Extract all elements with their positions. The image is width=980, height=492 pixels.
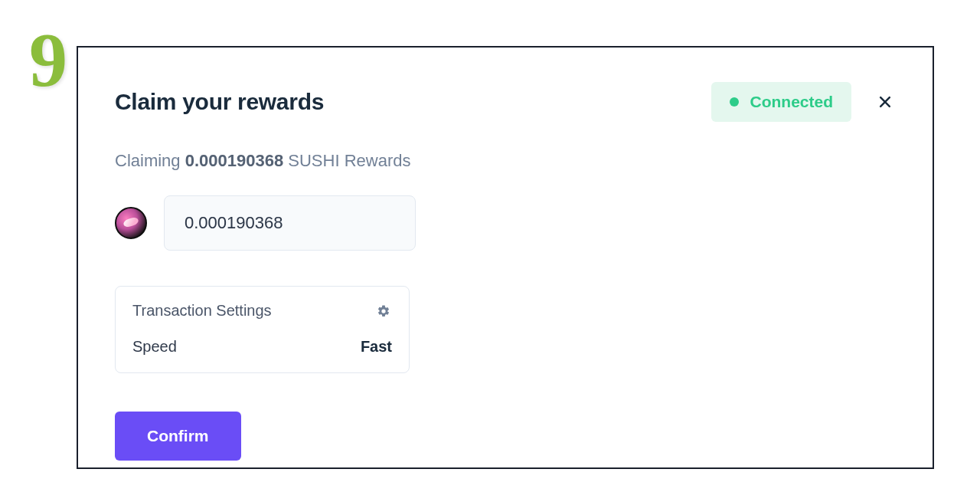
confirm-button[interactable]: Confirm (115, 412, 241, 461)
claiming-amount: 0.000190368 (185, 151, 283, 170)
tx-settings-button[interactable] (375, 303, 392, 320)
claiming-prefix: Claiming (115, 151, 181, 170)
amount-input[interactable] (185, 213, 395, 233)
connection-status-text: Connected (750, 93, 833, 111)
claim-rewards-dialog: Claim your rewards Connected Claiming 0.… (77, 46, 934, 469)
header-right: Connected (711, 82, 896, 122)
amount-input-container (164, 195, 416, 251)
tx-speed-row: Speed Fast (132, 338, 392, 356)
tx-settings-header: Transaction Settings (132, 302, 392, 320)
tx-speed-label: Speed (132, 338, 177, 356)
transaction-settings-card: Transaction Settings Speed Fast (115, 286, 410, 373)
dialog-header: Claim your rewards Connected (115, 82, 896, 122)
claiming-suffix: SUSHI Rewards (288, 151, 410, 170)
close-icon (877, 94, 893, 110)
sushi-token-icon (115, 207, 147, 239)
tx-speed-value: Fast (361, 338, 392, 356)
amount-row (115, 195, 896, 251)
close-button[interactable] (874, 91, 896, 113)
connection-status-badge: Connected (711, 82, 851, 122)
step-number-badge: 9 (29, 21, 67, 98)
gear-icon (377, 304, 390, 318)
dialog-title: Claim your rewards (115, 89, 324, 115)
tx-settings-title: Transaction Settings (132, 302, 272, 320)
claiming-summary: Claiming 0.000190368 SUSHI Rewards (115, 151, 896, 171)
status-dot-icon (730, 97, 739, 107)
